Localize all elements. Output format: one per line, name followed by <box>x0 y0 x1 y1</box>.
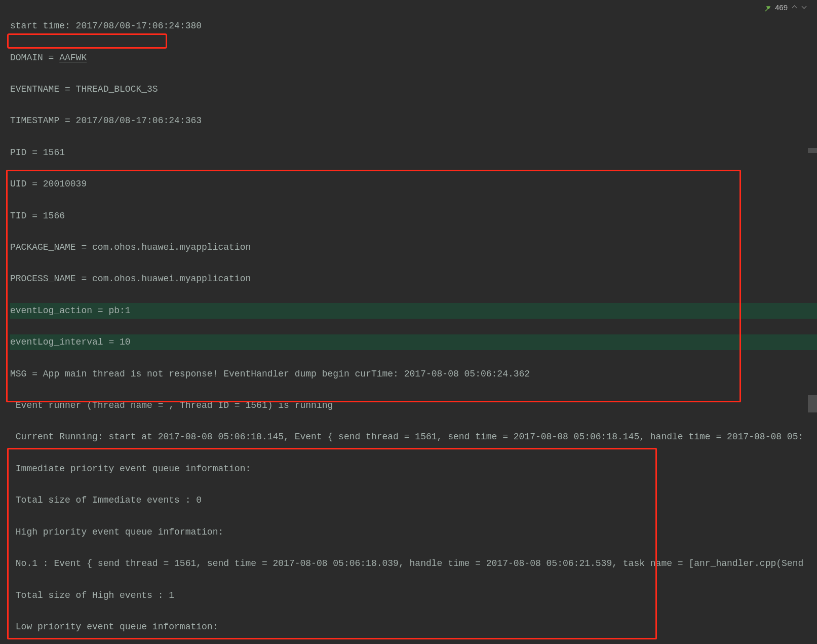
scrollbar-marker[interactable] <box>808 395 817 412</box>
log-line-eventname: EVENTNAME = THREAD_BLOCK_3S <box>10 82 817 97</box>
log-line-msg-2: Current Running: start at 2017-08-08 05:… <box>10 429 817 445</box>
log-line-msg-7: Total size of High events : 1 <box>10 588 817 603</box>
log-line-msg-5: High priority event queue information: <box>10 524 817 540</box>
log-line-msg-8: Low priority event queue information: <box>10 619 817 635</box>
match-count: 469 <box>775 3 788 12</box>
log-line-timestamp: TIMESTAMP = 2017/08/08-17:06:24:363 <box>10 113 817 129</box>
scrollbar-marker[interactable] <box>808 148 817 153</box>
pin-icon <box>765 5 771 11</box>
log-line-msg-4: Total size of Immediate events : 0 <box>10 493 817 508</box>
log-line-uid: UID = 20010039 <box>10 176 817 192</box>
log-line-msg-0: MSG = App main thread is not response! E… <box>10 366 817 382</box>
log-line-tid: TID = 1566 <box>10 208 817 224</box>
log-line-start-time: start time: 2017/08/08-17:06:24:380 <box>10 18 817 34</box>
log-line-eventlog-action: eventLog_action = pb:1 <box>10 303 817 319</box>
log-line-msg-3: Immediate priority event queue informati… <box>10 461 817 477</box>
log-line-package: PACKAGE_NAME = com.ohos.huawei.myapplica… <box>10 240 817 255</box>
status-bar: 469 <box>765 3 807 12</box>
prev-match-button[interactable] <box>792 5 797 10</box>
log-line-process: PROCESS_NAME = com.ohos.huawei.myapplica… <box>10 271 817 287</box>
log-line-pid: PID = 1561 <box>10 145 817 161</box>
log-viewer[interactable]: start time: 2017/08/08-17:06:24:380 DOMA… <box>0 0 817 644</box>
next-match-button[interactable] <box>801 5 807 10</box>
log-line-msg-1: Event runner (Thread name = , Thread ID … <box>10 398 817 413</box>
log-line-eventlog-interval: eventLog_interval = 10 <box>10 334 817 350</box>
log-line-domain: DOMAIN = AAFWK <box>10 50 817 66</box>
log-line-msg-6: No.1 : Event { send thread = 1561, send … <box>10 556 817 572</box>
